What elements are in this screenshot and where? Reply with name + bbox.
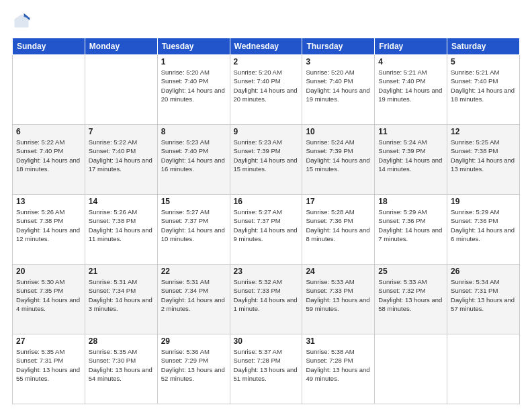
calendar-cell: 25 Sunrise: 5:33 AMSunset: 7:32 PMDaylig…	[375, 265, 447, 334]
day-number: 12	[451, 127, 516, 136]
weekday-header: Friday	[375, 38, 447, 55]
calendar-cell: 7 Sunrise: 5:22 AMSunset: 7:40 PMDayligh…	[85, 125, 157, 195]
day-number: 25	[378, 267, 443, 276]
day-number: 9	[234, 127, 299, 136]
calendar-cell: 20 Sunrise: 5:30 AMSunset: 7:35 PMDaylig…	[13, 265, 85, 334]
day-number: 16	[234, 197, 299, 206]
day-number: 19	[451, 197, 516, 206]
day-info: Sunrise: 5:29 AMSunset: 7:36 PMDaylight:…	[451, 208, 515, 242]
day-info: Sunrise: 5:21 AMSunset: 7:40 PMDaylight:…	[451, 68, 515, 103]
day-info: Sunrise: 5:26 AMSunset: 7:38 PMDaylight:…	[89, 208, 152, 242]
day-info: Sunrise: 5:25 AMSunset: 7:38 PMDaylight:…	[451, 138, 515, 173]
calendar-cell: 4 Sunrise: 5:21 AMSunset: 7:40 PMDayligh…	[375, 55, 447, 125]
day-number: 13	[16, 197, 81, 206]
day-number: 8	[161, 127, 226, 136]
page: SundayMondayTuesdayWednesdayThursdayFrid…	[0, 0, 532, 411]
day-number: 29	[161, 336, 226, 346]
calendar-week-row: 27 Sunrise: 5:35 AMSunset: 7:31 PMDaylig…	[13, 334, 520, 404]
day-info: Sunrise: 5:37 AMSunset: 7:28 PMDaylight:…	[234, 348, 298, 382]
calendar-cell: 13 Sunrise: 5:26 AMSunset: 7:38 PMDaylig…	[13, 195, 85, 265]
day-number: 24	[306, 267, 371, 276]
calendar-cell: 19 Sunrise: 5:29 AMSunset: 7:36 PMDaylig…	[447, 195, 520, 265]
day-info: Sunrise: 5:31 AMSunset: 7:34 PMDaylight:…	[89, 278, 152, 312]
weekday-header: Saturday	[447, 38, 520, 55]
calendar-cell: 11 Sunrise: 5:24 AMSunset: 7:39 PMDaylig…	[375, 125, 447, 195]
day-info: Sunrise: 5:27 AMSunset: 7:37 PMDaylight:…	[161, 208, 225, 242]
calendar-cell: 16 Sunrise: 5:27 AMSunset: 7:37 PMDaylig…	[230, 195, 302, 265]
day-number: 30	[234, 336, 299, 346]
calendar-cell: 2 Sunrise: 5:20 AMSunset: 7:40 PMDayligh…	[230, 55, 302, 125]
calendar-cell: 31 Sunrise: 5:38 AMSunset: 7:28 PMDaylig…	[302, 334, 375, 404]
day-number: 18	[378, 197, 443, 206]
day-info: Sunrise: 5:36 AMSunset: 7:29 PMDaylight:…	[161, 348, 225, 382]
day-number: 2	[234, 57, 299, 66]
day-number: 5	[451, 57, 516, 66]
day-number: 14	[89, 197, 154, 206]
day-info: Sunrise: 5:23 AMSunset: 7:39 PMDaylight:…	[234, 138, 298, 173]
day-number: 17	[306, 197, 371, 206]
day-number: 15	[161, 197, 226, 206]
day-number: 4	[378, 57, 443, 66]
calendar-cell: 15 Sunrise: 5:27 AMSunset: 7:37 PMDaylig…	[157, 195, 230, 265]
calendar-cell: 18 Sunrise: 5:29 AMSunset: 7:36 PMDaylig…	[375, 195, 447, 265]
calendar-cell: 27 Sunrise: 5:35 AMSunset: 7:31 PMDaylig…	[13, 334, 85, 404]
day-info: Sunrise: 5:20 AMSunset: 7:40 PMDaylight:…	[306, 68, 369, 103]
day-info: Sunrise: 5:34 AMSunset: 7:31 PMDaylight:…	[451, 278, 515, 312]
day-number: 3	[306, 57, 371, 66]
day-number: 28	[89, 336, 154, 346]
day-number: 23	[234, 267, 299, 276]
day-info: Sunrise: 5:24 AMSunset: 7:39 PMDaylight:…	[378, 138, 442, 173]
day-info: Sunrise: 5:29 AMSunset: 7:36 PMDaylight:…	[378, 208, 442, 242]
day-info: Sunrise: 5:35 AMSunset: 7:31 PMDaylight:…	[16, 348, 80, 382]
calendar-week-row: 1 Sunrise: 5:20 AMSunset: 7:40 PMDayligh…	[13, 55, 520, 125]
day-number: 10	[306, 127, 371, 136]
day-number: 21	[89, 267, 154, 276]
day-number: 1	[161, 57, 226, 66]
header	[12, 12, 520, 31]
day-info: Sunrise: 5:38 AMSunset: 7:28 PMDaylight:…	[306, 348, 369, 382]
day-info: Sunrise: 5:22 AMSunset: 7:40 PMDaylight:…	[16, 138, 80, 173]
calendar-cell: 29 Sunrise: 5:36 AMSunset: 7:29 PMDaylig…	[157, 334, 230, 404]
day-info: Sunrise: 5:21 AMSunset: 7:40 PMDaylight:…	[378, 68, 442, 103]
weekday-header: Thursday	[302, 38, 375, 55]
day-info: Sunrise: 5:23 AMSunset: 7:40 PMDaylight:…	[161, 138, 225, 173]
day-number: 20	[16, 267, 81, 276]
calendar-cell	[447, 334, 520, 404]
day-info: Sunrise: 5:33 AMSunset: 7:32 PMDaylight:…	[378, 278, 442, 312]
day-info: Sunrise: 5:28 AMSunset: 7:36 PMDaylight:…	[306, 208, 369, 242]
day-info: Sunrise: 5:35 AMSunset: 7:30 PMDaylight:…	[89, 348, 152, 382]
day-number: 22	[161, 267, 226, 276]
day-info: Sunrise: 5:22 AMSunset: 7:40 PMDaylight:…	[89, 138, 152, 173]
day-number: 31	[306, 336, 371, 346]
day-number: 27	[16, 336, 81, 346]
day-number: 26	[451, 267, 516, 276]
day-info: Sunrise: 5:26 AMSunset: 7:38 PMDaylight:…	[16, 208, 80, 242]
day-info: Sunrise: 5:30 AMSunset: 7:35 PMDaylight:…	[16, 278, 80, 312]
weekday-header: Monday	[85, 38, 157, 55]
day-info: Sunrise: 5:24 AMSunset: 7:39 PMDaylight:…	[306, 138, 369, 173]
calendar-cell: 8 Sunrise: 5:23 AMSunset: 7:40 PMDayligh…	[157, 125, 230, 195]
calendar-cell: 24 Sunrise: 5:33 AMSunset: 7:33 PMDaylig…	[302, 265, 375, 334]
calendar-cell: 26 Sunrise: 5:34 AMSunset: 7:31 PMDaylig…	[447, 265, 520, 334]
calendar-week-row: 6 Sunrise: 5:22 AMSunset: 7:40 PMDayligh…	[13, 125, 520, 195]
calendar-cell: 23 Sunrise: 5:32 AMSunset: 7:33 PMDaylig…	[230, 265, 302, 334]
calendar-cell: 1 Sunrise: 5:20 AMSunset: 7:40 PMDayligh…	[157, 55, 230, 125]
day-info: Sunrise: 5:32 AMSunset: 7:33 PMDaylight:…	[234, 278, 298, 312]
day-info: Sunrise: 5:27 AMSunset: 7:37 PMDaylight:…	[234, 208, 298, 242]
day-number: 7	[89, 127, 154, 136]
calendar-cell: 3 Sunrise: 5:20 AMSunset: 7:40 PMDayligh…	[302, 55, 375, 125]
calendar-week-row: 13 Sunrise: 5:26 AMSunset: 7:38 PMDaylig…	[13, 195, 520, 265]
calendar-cell: 14 Sunrise: 5:26 AMSunset: 7:38 PMDaylig…	[85, 195, 157, 265]
calendar-cell: 30 Sunrise: 5:37 AMSunset: 7:28 PMDaylig…	[230, 334, 302, 404]
calendar-cell	[375, 334, 447, 404]
calendar-cell: 21 Sunrise: 5:31 AMSunset: 7:34 PMDaylig…	[85, 265, 157, 334]
calendar-cell: 9 Sunrise: 5:23 AMSunset: 7:39 PMDayligh…	[230, 125, 302, 195]
calendar-cell: 17 Sunrise: 5:28 AMSunset: 7:36 PMDaylig…	[302, 195, 375, 265]
logo-icon	[12, 12, 31, 31]
logo	[12, 12, 34, 31]
weekday-header: Sunday	[13, 38, 85, 55]
calendar-cell: 12 Sunrise: 5:25 AMSunset: 7:38 PMDaylig…	[447, 125, 520, 195]
calendar-cell: 22 Sunrise: 5:31 AMSunset: 7:34 PMDaylig…	[157, 265, 230, 334]
weekday-header: Wednesday	[230, 38, 302, 55]
calendar-cell: 5 Sunrise: 5:21 AMSunset: 7:40 PMDayligh…	[447, 55, 520, 125]
